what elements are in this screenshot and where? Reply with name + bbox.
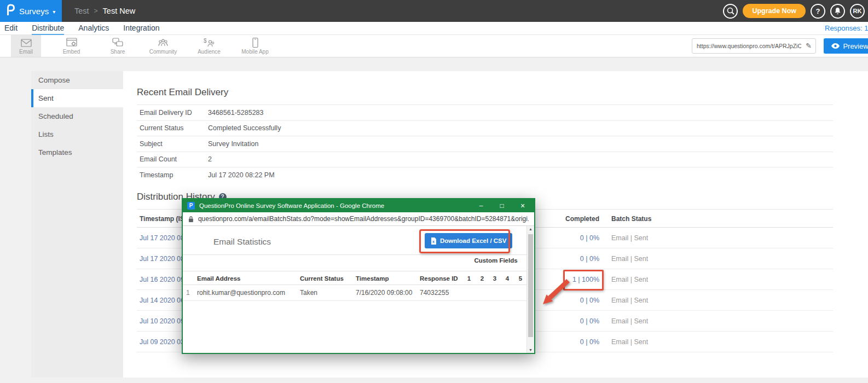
breadcrumb-separator: > [94,7,98,15]
toolbar-item-email[interactable]: Email [11,35,41,57]
minimize-button[interactable]: – [473,202,489,210]
survey-url-box: ✎ [692,38,816,54]
field-value: Survey Invitation [208,140,258,148]
toolbar-item-audience[interactable]: $ Audience [192,35,227,57]
survey-url-input[interactable] [692,39,815,53]
breadcrumb-current: Test New [103,7,136,15]
toolbar-item-embed[interactable]: Embed [56,35,86,57]
row-index: 1 [186,285,190,301]
sidebar-item-lists[interactable]: Lists [31,125,123,143]
toolbar-item-mobile-app[interactable]: Mobile App [234,35,276,57]
popup-address-bar[interactable]: questionpro.com/a/emailBatchStats.do?mod… [183,212,534,226]
preview-button[interactable]: Preview [824,38,868,54]
popup-window-title: QuestionPro Online Survey Software Appli… [199,202,468,209]
responses-count[interactable]: Responses: 14 [825,24,868,32]
timestamp-value: 7/16/2020 09:08:00 [356,285,412,301]
completed-value[interactable]: 0 | 0% [531,228,599,248]
search-button[interactable] [723,4,738,19]
scroll-up-icon[interactable]: ▲ [527,227,534,231]
surveys-menu[interactable]: Surveys ▾ [0,0,62,22]
table-row: Current Status Completed Successfully [137,120,833,136]
field-value: Completed Successfully [208,124,281,132]
field-label: Email Delivery ID [140,109,208,117]
toolbar-item-label: Community [149,49,177,55]
response-id-value: 74032255 [420,285,449,301]
tab-integration[interactable]: Integration [123,22,159,35]
column-email-address: Email Address [197,271,240,286]
edit-url-icon[interactable]: ✎ [806,42,812,50]
audience-icon: $ [203,37,215,48]
close-button[interactable]: × [514,201,531,210]
column-custom-2: 2 [478,271,486,286]
sidebar-item-sent[interactable]: Sent [31,89,123,107]
tab-edit[interactable]: Edit [4,22,18,35]
table-row: Timestamp Jul 17 2020 08:22 PM [137,167,833,183]
preview-label: Preview [843,42,868,50]
field-value: Jul 17 2020 08:22 PM [208,171,275,179]
field-label: Timestamp [140,171,208,179]
field-value: 2 [208,155,212,163]
breadcrumb-parent[interactable]: Test [74,7,89,15]
completed-value[interactable]: 0 | 0% [531,332,599,352]
sidebar-item-templates[interactable]: Templates [31,143,123,161]
batch-status-value: Email | Sent [611,248,648,269]
notifications-button[interactable] [830,4,845,19]
upgrade-now-button[interactable]: Upgrade Now [743,4,806,18]
annotation-arrow-icon [535,274,570,307]
maximize-button[interactable]: □ [494,202,510,210]
table-row: Email Count 2 [137,152,833,167]
field-value: 3468561-5285283 [208,109,264,117]
email-statistics-heading: Email Statistics [213,237,271,247]
table-row: Email Delivery ID 3468561-5285283 [137,105,833,120]
sidebar-item-scheduled[interactable]: Scheduled [31,107,123,125]
toolbar-item-label: Embed [63,49,80,55]
custom-fields-label: Custom Fields [463,257,529,264]
column-timestamp: Timestamp [356,271,389,286]
column-response-id: Response ID [420,271,458,286]
highlight-box-download-button [419,229,510,253]
completed-value[interactable]: 0 | 0% [531,248,599,269]
email-sidebar: Compose Sent Scheduled Lists Templates [31,71,123,378]
questionpro-logo-icon [6,4,15,18]
column-custom-5: 5 [517,271,524,286]
svg-text:$: $ [204,38,207,44]
community-icon [157,37,169,48]
scroll-down-icon[interactable]: ▼ [527,348,534,352]
brand-label: Surveys [19,7,49,16]
avatar[interactable]: RK [850,4,865,19]
popup-table-header: Email Address Current Status Timestamp R… [183,271,526,285]
bell-icon [834,7,841,15]
field-label: Current Status [140,124,208,132]
email-statistics-popup: P QuestionPro Online Survey Software App… [182,198,535,354]
column-custom-4: 4 [504,271,511,286]
sidebar-item-compose[interactable]: Compose [31,71,123,89]
field-label: Subject [140,140,208,148]
tab-distribute[interactable]: Distribute [32,22,64,35]
batch-status-value: Email | Sent [611,311,648,332]
scrollbar[interactable]: ▲ ▼ [526,226,534,353]
survey-subnav: Edit Distribute Analytics Integration Re… [0,22,868,35]
column-batch-status: Batch Status [611,210,651,228]
toolbar-item-community[interactable]: Community [143,35,183,57]
popup-url: questionpro.com/a/emailBatchStats.do?mod… [198,215,529,223]
popup-titlebar[interactable]: P QuestionPro Online Survey Software App… [183,199,534,212]
chevron-down-icon: ▾ [53,9,55,15]
completed-value[interactable]: 0 | 0% [531,311,599,332]
table-row: 1 rohit.kumar@questionpro.com Taken 7/16… [183,285,526,301]
search-icon [727,7,734,15]
app-screen: Surveys ▾ Test > Test New Upgrade Now ? … [0,0,868,383]
toolbar-item-label: Mobile App [241,49,268,55]
column-custom-1: 1 [465,271,473,286]
recent-delivery-title: Recent Email Delivery [137,87,228,98]
distribute-toolbar: Email Embed Share Community $ Audience M… [0,35,868,57]
toolbar-item-label: Audience [198,49,221,55]
share-icon [112,37,124,48]
column-custom-3: 3 [491,271,499,286]
scrollbar-thumb[interactable] [528,234,533,337]
batch-status-value: Email | Sent [611,290,648,311]
questionpro-favicon-icon: P [187,202,195,210]
toolbar-item-share[interactable]: Share [103,35,132,57]
tab-analytics[interactable]: Analytics [78,22,109,35]
subnav-tabs: Edit Distribute Analytics Integration [0,22,868,35]
help-button[interactable]: ? [811,4,825,19]
